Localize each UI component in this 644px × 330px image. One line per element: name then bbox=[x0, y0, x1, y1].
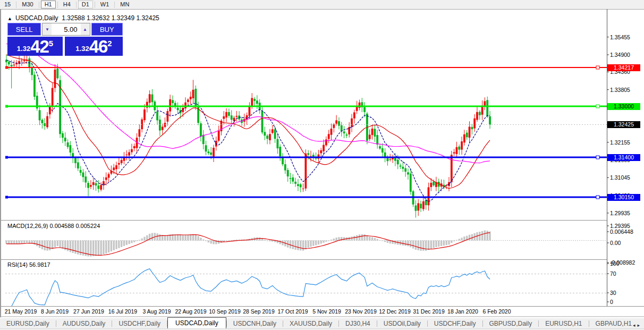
volume-stepper: ▼ 5.00 ▲ bbox=[42, 23, 90, 36]
chart-tab-dj30-h4[interactable]: DJ30,H4 bbox=[339, 319, 377, 329]
hline-left-handle[interactable] bbox=[5, 156, 8, 159]
timeframe-button-w1[interactable]: W1 bbox=[97, 1, 113, 9]
chart-tab-usdoil-daily[interactable]: USDOil,Daily bbox=[377, 319, 427, 329]
ask-price-small: 1.32 bbox=[75, 45, 89, 53]
toolbar-separator bbox=[16, 2, 16, 8]
hline-left-handle[interactable] bbox=[5, 196, 8, 199]
price-tick-label: 1.34900 bbox=[610, 52, 630, 58]
timeframe-button-15[interactable]: 15 bbox=[1, 1, 14, 9]
toolbar-separator bbox=[57, 2, 58, 8]
chart-tab-gbpusd-daily[interactable]: GBPUSD,Daily bbox=[483, 319, 539, 329]
rsi-value: 56.9817 bbox=[29, 261, 50, 268]
chart-tab-xauusd-daily[interactable]: XAUUSD,Daily bbox=[283, 319, 338, 329]
price-line-label: 1.31400 bbox=[607, 154, 640, 161]
volume-up-icon: ▲ bbox=[83, 27, 87, 32]
price-tick-label: 1.35455 bbox=[610, 34, 630, 40]
volume-down-icon: ▼ bbox=[45, 27, 49, 32]
hline-left-handle[interactable] bbox=[5, 105, 8, 108]
one-click-trade-panel: SELL ▼ 5.00 ▲ BUY 1.32425 1.32462 bbox=[7, 23, 123, 56]
symbol-title: USDCAD,Daily bbox=[15, 14, 58, 22]
volume-down-button[interactable]: ▼ bbox=[43, 23, 52, 35]
hline-left-handle[interactable] bbox=[5, 66, 8, 69]
toolbar-separator bbox=[95, 2, 95, 8]
macd-name: MACD(12,26,9) bbox=[7, 223, 48, 229]
chart-tab-usdchf-daily[interactable]: USDCHF,Daily bbox=[428, 319, 482, 329]
price-tick-label: 1.29935 bbox=[610, 210, 630, 216]
rsi-indicator-label: RSI(14) 56.9817 bbox=[7, 261, 50, 268]
toolbar-separator bbox=[114, 2, 115, 8]
price-line-label: 1.30150 bbox=[607, 194, 640, 201]
hline-right-handle[interactable] bbox=[596, 105, 599, 108]
chart-tab-eurusd-h1[interactable]: EURUSD,H1 bbox=[539, 319, 588, 329]
trade-panel-top-row: SELL ▼ 5.00 ▲ BUY bbox=[7, 23, 123, 36]
chart-window: ▲USDCAD,Daily 1.32588 1.32632 1.32349 1.… bbox=[0, 9, 644, 317]
rsi-axis-label: 100 bbox=[610, 260, 620, 267]
macd-values: 0.004588 0.005224 bbox=[49, 223, 100, 229]
price-tick-label: 1.31045 bbox=[610, 174, 630, 181]
macd-axis-label: 0.00 bbox=[610, 240, 621, 246]
chart-title: ▲USDCAD,Daily 1.32588 1.32632 1.32349 1.… bbox=[7, 14, 159, 22]
timeframe-button-h4[interactable]: H4 bbox=[60, 1, 74, 9]
macd-indicator-label: MACD(12,26,9) 0.004588 0.005224 bbox=[7, 223, 100, 229]
timeframe-button-h1[interactable]: H1 bbox=[41, 1, 56, 9]
chart-tab-bar: EURUSD,DailyAUDUSD,DailyUSDCHF,DailyUSDC… bbox=[0, 318, 644, 329]
bid-price-small: 1.32 bbox=[17, 45, 30, 53]
price-line-label: 1.34217 bbox=[607, 64, 640, 71]
bid-price-big: 42 bbox=[30, 39, 49, 54]
timeframe-toolbar: 15M30H1H4D1W1MN bbox=[0, 0, 644, 10]
chart-tab-usdcnh-daily[interactable]: USDCNH,Daily bbox=[227, 319, 283, 329]
ohlc-readout: 1.32588 1.32632 1.32349 1.32425 bbox=[62, 14, 159, 22]
buy-button[interactable]: BUY bbox=[91, 23, 123, 36]
rsi-axis-label: 30 bbox=[610, 290, 616, 296]
toolbar-separator bbox=[39, 2, 39, 8]
mt4-terminal: 15M30H1H4D1W1MN ▲USDCAD,Daily 1.32588 1.… bbox=[0, 0, 644, 330]
hline-right-handle[interactable] bbox=[596, 156, 599, 159]
rsi-axis-label: 70 bbox=[610, 270, 616, 277]
tabs-scroll-right-icon[interactable]: ▸ bbox=[637, 323, 642, 328]
timeframe-button-d1[interactable]: D1 bbox=[78, 1, 93, 9]
toolbar-separator bbox=[76, 2, 77, 8]
chart-tab-gbpaud-h1[interactable]: GBPAUD,H1 bbox=[589, 319, 638, 329]
current-price-label: 1.32425 bbox=[607, 121, 640, 128]
chart-tab-usdcad-daily[interactable]: USDCAD,Daily bbox=[167, 317, 226, 329]
volume-value[interactable]: 5.00 bbox=[52, 23, 80, 35]
rsi-name: RSI(14) bbox=[7, 261, 28, 268]
sell-button[interactable]: SELL bbox=[7, 23, 41, 36]
macd-axis-label: 0.006448 bbox=[610, 229, 633, 235]
chart-tab-usdchf-daily[interactable]: USDCHF,Daily bbox=[112, 319, 167, 329]
hline-right-handle[interactable] bbox=[596, 196, 599, 199]
chart-tab-eurusd-daily[interactable]: EURUSD,Daily bbox=[0, 319, 56, 329]
hline-right-handle[interactable] bbox=[596, 66, 599, 69]
price-tick-label: 1.32155 bbox=[610, 139, 630, 146]
timeframe-button-mn[interactable]: MN bbox=[116, 1, 133, 9]
tab-scroll-arrows: ◂▸ bbox=[633, 323, 642, 328]
ask-price-display[interactable]: 1.32462 bbox=[65, 37, 123, 56]
bid-price-display[interactable]: 1.32425 bbox=[7, 37, 63, 56]
ask-price-sup: 2 bbox=[107, 39, 112, 48]
date-axis-label: 6 Feb 2020 bbox=[476, 308, 518, 315]
bid-price-sup: 5 bbox=[49, 39, 53, 48]
volume-up-button[interactable]: ▲ bbox=[81, 23, 90, 35]
timeframe-button-m30[interactable]: M30 bbox=[18, 1, 37, 9]
price-tick-label: 1.33805 bbox=[610, 87, 630, 93]
price-line-label: 1.33000 bbox=[607, 103, 640, 110]
ask-price-big: 46 bbox=[89, 39, 108, 54]
collapse-chart-icon[interactable]: ▲ bbox=[7, 16, 12, 21]
chart-tab-audusd-daily[interactable]: AUDUSD,Daily bbox=[56, 319, 112, 329]
rsi-axis-label: 0 bbox=[610, 299, 613, 305]
